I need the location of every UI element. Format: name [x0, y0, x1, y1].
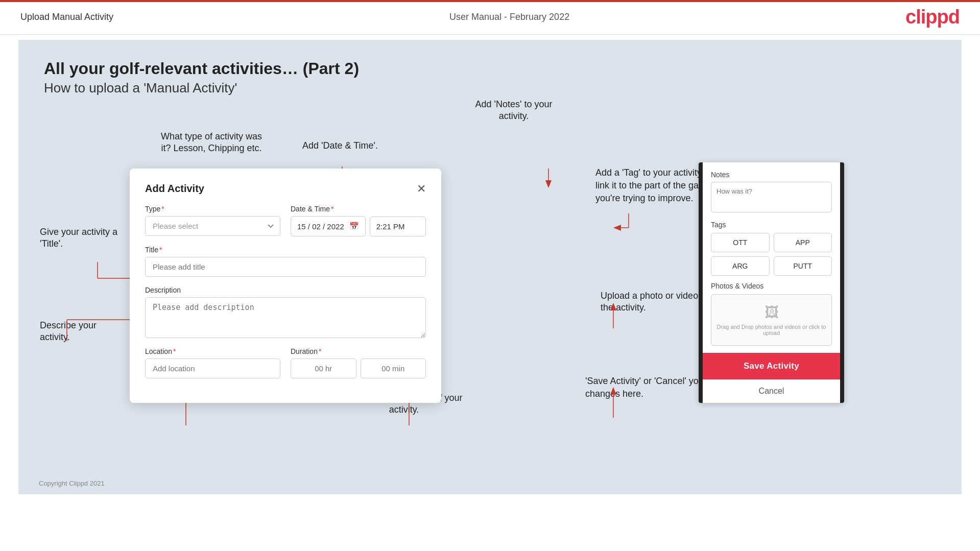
annotation-desc: Describe your activity.	[40, 320, 122, 344]
manual-title: User Manual - February 2022	[449, 12, 569, 22]
calendar-icon: 📅	[349, 222, 359, 231]
annotation-tag: Add a 'Tag' to your activity to link it …	[595, 166, 713, 205]
location-group: Location*	[145, 347, 280, 378]
footer: Copyright Clippd 2021	[39, 480, 105, 487]
svg-marker-16	[545, 180, 552, 188]
tag-ott[interactable]: OTT	[711, 233, 770, 252]
tag-app[interactable]: APP	[774, 233, 832, 252]
annotation-photo: Upload a photo or video to the activity.	[601, 290, 713, 314]
upload-icon: 🖼	[764, 304, 779, 321]
annotation-savecancel: 'Save Activity' or 'Cancel' your changes…	[585, 375, 713, 400]
description-textarea[interactable]	[145, 297, 426, 338]
tags-grid: OTT APP ARG PUTT	[711, 233, 832, 276]
duration-min-input[interactable]	[361, 358, 426, 378]
heading-area: All your golf-relevant activities… (Part…	[44, 59, 359, 96]
annotation-type: What type of activity was it? Lesson, Ch…	[155, 131, 268, 155]
description-group: Description	[145, 286, 426, 338]
main-content: All your golf-relevant activities… (Part…	[18, 40, 962, 494]
tags-label: Tags	[711, 221, 832, 229]
modal-header: Add Activity ✕	[145, 183, 426, 195]
duration-inputs	[291, 358, 426, 378]
annotation-title: Give your activity a 'Title'.	[40, 226, 122, 250]
location-input[interactable]	[145, 358, 280, 378]
type-label: Type*	[145, 205, 280, 213]
modal-close-button[interactable]: ✕	[417, 183, 426, 195]
upload-hint: Drag and Drop photos and videos or click…	[716, 324, 826, 336]
phone-panel: Notes Tags OTT APP ARG PUTT Photos & Vid…	[699, 162, 844, 403]
phone-inner: Notes Tags OTT APP ARG PUTT Photos & Vid…	[703, 162, 840, 346]
location-label: Location*	[145, 347, 280, 355]
duration-hr-input[interactable]	[291, 358, 356, 378]
form-row-type-datetime: Type* Please select Date & Time* 15 / 02…	[145, 205, 426, 236]
datetime-label: Date & Time*	[291, 205, 426, 213]
notes-label: Notes	[711, 171, 832, 179]
type-select[interactable]: Please select	[145, 216, 280, 236]
heading-main: All your golf-relevant activities… (Part…	[44, 59, 359, 78]
cancel-button[interactable]: Cancel	[703, 379, 840, 403]
title-input[interactable]	[145, 257, 426, 277]
duration-label: Duration*	[291, 347, 426, 355]
date-time-inputs: 15 / 02 / 2022 📅 2:21 PM	[291, 216, 426, 236]
heading-sub: How to upload a 'Manual Activity'	[44, 80, 359, 96]
page-title: Upload Manual Activity	[20, 12, 113, 22]
annotation-datetime: Add 'Date & Time'.	[289, 140, 391, 152]
tag-arg[interactable]: ARG	[711, 256, 770, 276]
add-activity-modal: Add Activity ✕ Type* Please select Date …	[130, 169, 441, 403]
clippd-logo: clippd	[905, 6, 960, 28]
top-bar: Upload Manual Activity User Manual - Feb…	[0, 0, 980, 35]
type-group: Type* Please select	[145, 205, 280, 236]
description-label: Description	[145, 286, 426, 294]
photos-label: Photos & Videos	[711, 282, 832, 290]
save-activity-button[interactable]: Save Activity	[703, 353, 840, 379]
duration-group: Duration*	[291, 347, 426, 378]
annotation-notes: Add 'Notes' to your activity.	[463, 99, 565, 123]
title-group: Title*	[145, 246, 426, 277]
tag-putt[interactable]: PUTT	[774, 256, 832, 276]
time-input[interactable]: 2:21 PM	[370, 217, 426, 236]
datetime-group: Date & Time* 15 / 02 / 2022 📅 2:21 PM	[291, 205, 426, 236]
form-row-location-duration: Location* Duration*	[145, 347, 426, 378]
notes-textarea[interactable]	[711, 182, 832, 212]
photos-upload-area[interactable]: 🖼 Drag and Drop photos and videos or cli…	[711, 294, 832, 346]
svg-marker-19	[613, 225, 621, 231]
date-input[interactable]: 15 / 02 / 2022 📅	[291, 216, 366, 236]
title-label: Title*	[145, 246, 426, 254]
modal-title: Add Activity	[145, 183, 204, 195]
